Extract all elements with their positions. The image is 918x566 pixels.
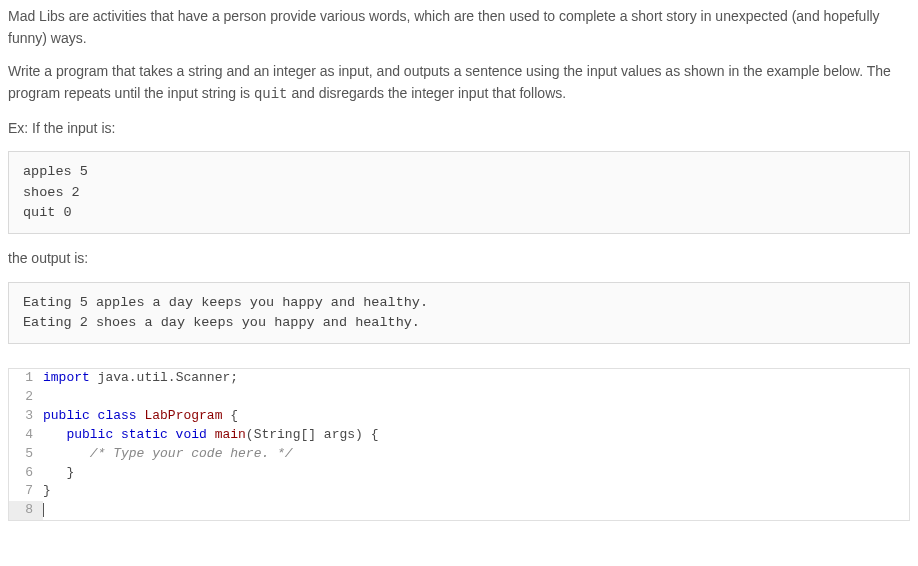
- output-label: the output is:: [8, 248, 910, 270]
- code-content[interactable]: }: [43, 464, 909, 483]
- line-number: 8: [9, 501, 43, 520]
- line-number: 7: [9, 482, 43, 501]
- code-content[interactable]: public static void main(String[] args) {: [43, 426, 909, 445]
- code-line: 5 /* Type your code here. */: [9, 445, 909, 464]
- code-line: 2: [9, 388, 909, 407]
- line-number: 1: [9, 369, 43, 388]
- intro-paragraph-2: Write a program that takes a string and …: [8, 61, 910, 105]
- intro-paragraph-1: Mad Libs are activities that have a pers…: [8, 6, 910, 49]
- code-line: 8: [9, 501, 909, 520]
- code-line: 4 public static void main(String[] args)…: [9, 426, 909, 445]
- example-output-block: Eating 5 apples a day keeps you happy an…: [8, 282, 910, 345]
- code-content[interactable]: import java.util.Scanner;: [43, 369, 909, 388]
- line-number: 5: [9, 445, 43, 464]
- code-line: 3public class LabProgram {: [9, 407, 909, 426]
- example-input-block: apples 5 shoes 2 quit 0: [8, 151, 910, 234]
- code-line: 6 }: [9, 464, 909, 483]
- line-number: 3: [9, 407, 43, 426]
- cursor: [43, 503, 44, 517]
- inline-code-quit: quit: [254, 86, 288, 102]
- code-line: 7}: [9, 482, 909, 501]
- intro-p2-b: and disregards the integer input that fo…: [288, 85, 567, 101]
- line-number: 4: [9, 426, 43, 445]
- line-number: 2: [9, 388, 43, 407]
- code-content[interactable]: [43, 388, 909, 407]
- code-editor[interactable]: 1import java.util.Scanner;23public class…: [8, 368, 910, 521]
- code-content[interactable]: public class LabProgram {: [43, 407, 909, 426]
- code-content[interactable]: /* Type your code here. */: [43, 445, 909, 464]
- example-label: Ex: If the input is:: [8, 118, 910, 140]
- line-number: 6: [9, 464, 43, 483]
- code-line: 1import java.util.Scanner;: [9, 369, 909, 388]
- code-content[interactable]: [43, 501, 909, 520]
- code-content[interactable]: }: [43, 482, 909, 501]
